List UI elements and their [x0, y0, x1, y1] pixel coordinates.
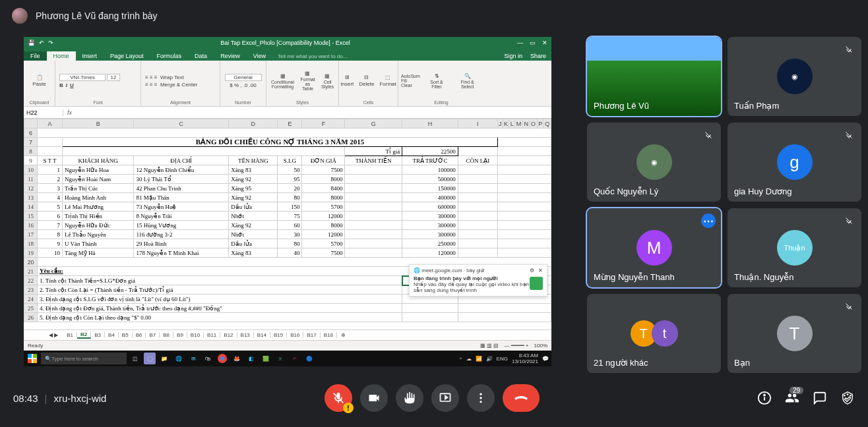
participant-tile[interactable]: Phương Lê Vũ: [587, 37, 721, 116]
app2-icon[interactable]: 🔵: [303, 353, 315, 364]
participant-tile[interactable]: ◉Quốc Nguyễn Lý: [587, 123, 721, 202]
raise-hand-button[interactable]: [396, 384, 423, 412]
folder-icon[interactable]: 📁: [158, 353, 170, 364]
cortana-icon[interactable]: ◯: [144, 353, 156, 364]
sheet-tab-B5[interactable]: B5: [119, 332, 133, 338]
hangup-button[interactable]: [503, 384, 540, 412]
tab-formulas[interactable]: Formulas: [150, 51, 189, 61]
notification-toast[interactable]: 🌐 meet.google.com · bây giờ ⚙✕ Bạn đang …: [409, 264, 547, 297]
app-icon[interactable]: 🟩: [260, 353, 272, 364]
signin-link[interactable]: Sign in: [504, 53, 522, 59]
participant-tile[interactable]: ThuậnThuận. Nguyễn: [728, 208, 861, 287]
participant-tile[interactable]: Tt21 người khác: [587, 294, 721, 373]
excel-save-icon[interactable]: 💾: [28, 40, 35, 46]
sheet-tab-B12[interactable]: B12: [220, 332, 237, 338]
merge-center[interactable]: Merge & Center: [160, 82, 197, 88]
tab-data[interactable]: Data: [188, 51, 214, 61]
sheet-tab-B17[interactable]: B17: [303, 332, 320, 338]
excel-undo-icon[interactable]: ↶: [39, 40, 44, 46]
italic-button[interactable]: I: [66, 82, 67, 88]
people-button[interactable]: 29: [785, 391, 799, 405]
sheet-tab-B1[interactable]: B1: [63, 332, 77, 338]
format-cells[interactable]: ⬚Format: [377, 74, 398, 88]
sheet-tab-B6[interactable]: B6: [133, 332, 146, 338]
firefox-icon[interactable]: 🦊: [231, 353, 243, 364]
tab-home[interactable]: Home: [47, 51, 76, 61]
sheet-tab-B4[interactable]: B4: [105, 332, 119, 338]
svg-point-20: [844, 395, 846, 397]
chat-button[interactable]: [813, 391, 827, 405]
sheet-tab-B16[interactable]: B16: [287, 332, 303, 338]
autosum[interactable]: AutoSum: [401, 74, 420, 78]
tab-review[interactable]: Review: [214, 51, 247, 61]
bold-button[interactable]: B: [59, 82, 63, 88]
sheet-tab-B2[interactable]: B2: [77, 331, 91, 339]
share-link[interactable]: Share: [530, 53, 546, 59]
tab-pagelayout[interactable]: Page Layout: [104, 51, 150, 61]
present-button[interactable]: [431, 384, 459, 412]
cond-fmt[interactable]: ▦Conditional Formatting: [269, 72, 296, 90]
clear[interactable]: Clear: [401, 83, 420, 88]
sheet-tab-B7[interactable]: B7: [146, 332, 160, 338]
taskview-icon[interactable]: ◫: [129, 353, 141, 364]
participant-name: Mừng Nguyễn Thanh: [594, 272, 675, 282]
insert-cells[interactable]: ⊞Insert: [338, 74, 356, 88]
powerpoint-icon[interactable]: P: [289, 353, 301, 364]
tab-file[interactable]: File: [24, 51, 47, 61]
windows-taskbar: 🔍 Type here to search ◫ ◯ 📁 🌐 ✉ 🛍 🦊 ◧ 🟩 …: [24, 351, 551, 366]
chrome-icon[interactable]: [216, 353, 228, 364]
taskbar-search[interactable]: 🔍 Type here to search: [41, 353, 127, 364]
camera-button[interactable]: [360, 384, 388, 412]
underline-button[interactable]: U: [70, 82, 74, 88]
participant-tile[interactable]: TBạn: [728, 294, 861, 373]
excel-taskbar-icon[interactable]: X: [274, 353, 286, 364]
activities-button[interactable]: [840, 391, 855, 405]
tab-view[interactable]: View: [247, 51, 272, 61]
mute-icon: [842, 214, 856, 228]
tab-insert[interactable]: Insert: [76, 51, 104, 61]
excel-redo-icon[interactable]: ↷: [48, 40, 53, 46]
more-options-button[interactable]: [467, 384, 495, 412]
mail-icon[interactable]: ✉: [187, 353, 199, 364]
font-name[interactable]: VNI-Times: [59, 74, 106, 81]
fx-icon[interactable]: fx: [63, 109, 76, 116]
sheet-tab-B10[interactable]: B10: [187, 332, 204, 338]
mic-button[interactable]: !: [325, 384, 352, 412]
sheet-tab-B15[interactable]: B15: [270, 332, 287, 338]
sheet-tab-B18[interactable]: B18: [321, 332, 337, 338]
start-button[interactable]: [26, 353, 38, 364]
minimize-icon[interactable]: —: [517, 40, 523, 46]
sheet-tab-B14[interactable]: B14: [254, 332, 270, 338]
sheet-tab-B13[interactable]: B13: [237, 332, 254, 338]
toast-settings[interactable]: ⚙: [530, 268, 534, 273]
meeting-code: xru-hxcj-wid: [53, 393, 106, 404]
sheet-tab-B8[interactable]: B8: [160, 332, 173, 338]
close-icon[interactable]: ✕: [542, 40, 547, 46]
participant-tile[interactable]: ◉Tuấn Phạm: [728, 37, 861, 116]
vscode-icon[interactable]: ◧: [245, 353, 257, 364]
sheet-tab-B3[interactable]: B3: [91, 332, 105, 338]
name-box[interactable]: H22: [24, 109, 63, 116]
fill[interactable]: Fill: [401, 78, 420, 83]
participant-tile[interactable]: M⋯Mừng Nguyễn Thanh: [587, 208, 721, 287]
edge-icon[interactable]: 🌐: [173, 353, 185, 364]
font-size[interactable]: 12: [107, 74, 120, 81]
info-button[interactable]: [757, 391, 772, 405]
fmt-table[interactable]: ▦Format as Table: [297, 70, 318, 92]
wrap-text[interactable]: Wrap Text: [160, 74, 184, 80]
cell-styles[interactable]: ▦Cell Styles: [319, 72, 336, 90]
find-select[interactable]: 🔍Find & Select: [453, 72, 481, 90]
toast-close[interactable]: ✕: [538, 268, 543, 273]
maximize-icon[interactable]: ▭: [530, 40, 536, 46]
sheet-tab-B9[interactable]: B9: [173, 332, 187, 338]
tell-me[interactable]: Tell me what you want to do...: [272, 52, 352, 61]
sort-filter[interactable]: ⇅Sort & Filter: [424, 72, 450, 90]
sheet-tab-B11[interactable]: B11: [204, 332, 220, 338]
number-format[interactable]: General: [225, 74, 262, 81]
delete-cells[interactable]: ⊟Delete: [357, 74, 376, 88]
store-icon[interactable]: 🛍: [202, 353, 214, 364]
paste-button[interactable]: 📋Paste: [30, 74, 47, 88]
spreadsheet-grid[interactable]: ABCDEFGHIJKLMNOPQ67BẢNG ĐỐI CHIẾU CÔNG N…: [24, 119, 551, 329]
more-icon[interactable]: ⋯: [701, 214, 716, 228]
participant-tile[interactable]: ggia Huy Dương: [728, 123, 861, 202]
